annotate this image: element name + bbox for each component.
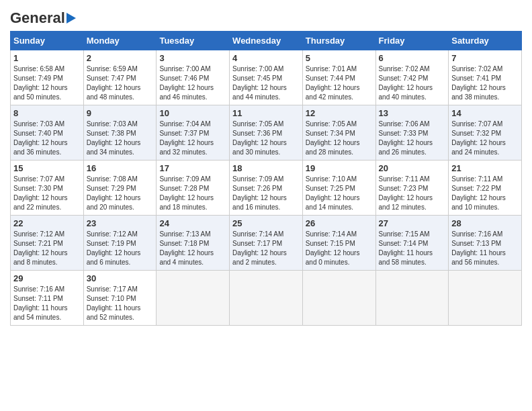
calendar-cell: 27Sunrise: 7:15 AMSunset: 7:14 PMDayligh… [375,216,449,271]
cell-line: Daylight: 11 hours [451,248,519,258]
cell-line: Sunset: 7:13 PM [451,239,519,248]
day-number: 11 [232,108,300,118]
cell-line: Sunrise: 7:11 AM [379,175,446,184]
cell-line: Daylight: 12 hours [232,83,300,93]
day-number: 15 [13,163,81,173]
calendar-cell [302,271,375,326]
cell-line: Sunrise: 7:08 AM [87,175,154,184]
day-number: 18 [232,163,300,173]
cell-line: Daylight: 12 hours [159,193,226,203]
cell-line: Daylight: 12 hours [451,83,519,93]
day-number: 6 [379,53,446,63]
cell-line: Daylight: 12 hours [306,248,373,258]
cell-line: Sunrise: 7:17 AM [87,285,154,294]
calendar-cell: 5Sunrise: 7:01 AMSunset: 7:44 PMDaylight… [302,50,375,105]
cell-line: Daylight: 12 hours [379,138,446,148]
header: General [10,7,522,26]
cell-line: and 46 minutes. [159,93,226,102]
cell-line: Sunset: 7:36 PM [232,129,300,138]
cell-line: Daylight: 12 hours [306,83,373,93]
cell-line: and 28 minutes. [306,148,373,157]
day-number: 19 [306,163,373,173]
column-header-friday: Friday [375,32,449,50]
cell-line: Sunrise: 7:03 AM [13,120,81,129]
logo-general: General [10,9,65,27]
cell-line: Sunrise: 7:05 AM [232,120,300,129]
cell-line: and 44 minutes. [232,93,300,102]
week-row-1: 1Sunrise: 6:58 AMSunset: 7:49 PMDaylight… [11,50,522,105]
cell-line: Daylight: 12 hours [87,83,154,93]
cell-line: Daylight: 12 hours [13,248,81,258]
week-row-3: 15Sunrise: 7:07 AMSunset: 7:30 PMDayligh… [11,161,522,216]
cell-line: and 30 minutes. [232,148,300,157]
cell-line: Sunset: 7:10 PM [87,294,154,304]
cell-line: and 38 minutes. [451,93,519,102]
day-number: 29 [13,273,81,283]
cell-line: and 20 minutes. [87,203,154,212]
cell-line: Daylight: 12 hours [87,248,154,258]
cell-line: Daylight: 12 hours [13,138,81,148]
cell-line: Sunset: 7:46 PM [159,74,226,83]
week-row-5: 29Sunrise: 7:16 AMSunset: 7:11 PMDayligh… [11,271,522,326]
cell-line: Sunset: 7:38 PM [87,129,154,138]
cell-line: and 2 minutes. [232,258,300,267]
cell-line: and 32 minutes. [159,148,226,157]
day-number: 27 [379,218,446,228]
cell-line: Sunset: 7:17 PM [232,239,300,248]
day-number: 3 [159,53,226,63]
day-number: 5 [306,53,373,63]
header-row: SundayMondayTuesdayWednesdayThursdayFrid… [11,32,522,50]
cell-line: Daylight: 12 hours [451,138,519,148]
cell-line: and 54 minutes. [13,313,81,322]
cell-line: Sunrise: 7:14 AM [232,230,300,239]
week-row-2: 8Sunrise: 7:03 AMSunset: 7:40 PMDaylight… [11,105,522,161]
cell-line: and 24 minutes. [451,148,519,157]
day-number: 12 [306,108,373,118]
cell-line: Sunset: 7:22 PM [451,184,519,193]
cell-line: Sunset: 7:29 PM [87,184,154,193]
cell-line: Sunset: 7:14 PM [379,239,446,248]
cell-line: Sunrise: 7:01 AM [306,64,373,74]
page-container: General SundayMondayTuesdayWednesdayThur… [0,0,532,332]
cell-line: Sunset: 7:26 PM [232,184,300,193]
day-number: 25 [232,218,300,228]
cell-line: and 48 minutes. [87,93,154,102]
calendar-cell: 26Sunrise: 7:14 AMSunset: 7:15 PMDayligh… [302,216,375,271]
day-number: 23 [87,218,154,228]
cell-line: Sunrise: 6:59 AM [87,64,154,74]
calendar-cell: 3Sunrise: 7:00 AMSunset: 7:46 PMDaylight… [157,50,230,105]
cell-line: Sunset: 7:11 PM [13,294,81,304]
cell-line: Daylight: 12 hours [306,138,373,148]
cell-line: and 4 minutes. [159,258,226,267]
day-number: 28 [451,218,519,228]
cell-line: Sunset: 7:15 PM [306,239,373,248]
cell-line: Sunset: 7:44 PM [306,74,373,83]
cell-line: Sunrise: 7:11 AM [451,175,519,184]
cell-line: Sunset: 7:45 PM [232,74,300,83]
cell-line: Sunset: 7:25 PM [306,184,373,193]
day-number: 21 [451,163,519,173]
cell-line: Sunrise: 7:02 AM [451,64,519,74]
cell-line: Sunrise: 7:09 AM [159,175,226,184]
day-number: 4 [232,53,300,63]
day-number: 13 [379,108,446,118]
cell-line: Sunrise: 7:16 AM [451,230,519,239]
cell-line: Daylight: 12 hours [232,248,300,258]
cell-line: Daylight: 12 hours [13,83,81,93]
day-number: 20 [379,163,446,173]
day-number: 22 [13,218,81,228]
cell-line: Sunset: 7:30 PM [13,184,81,193]
cell-line: Sunrise: 7:03 AM [87,120,154,129]
cell-line: Daylight: 11 hours [379,248,446,258]
cell-line: and 36 minutes. [13,148,81,157]
day-number: 7 [451,53,519,63]
cell-line: and 56 minutes. [451,258,519,267]
cell-line: Sunrise: 7:07 AM [451,120,519,129]
cell-line: Sunrise: 7:10 AM [306,175,373,184]
cell-line: Sunrise: 7:04 AM [159,120,226,129]
day-number: 2 [87,53,154,63]
calendar-cell [449,271,522,326]
cell-line: Sunrise: 7:00 AM [159,64,226,74]
cell-line: Sunset: 7:33 PM [379,129,446,138]
cell-line: and 40 minutes. [379,93,446,102]
